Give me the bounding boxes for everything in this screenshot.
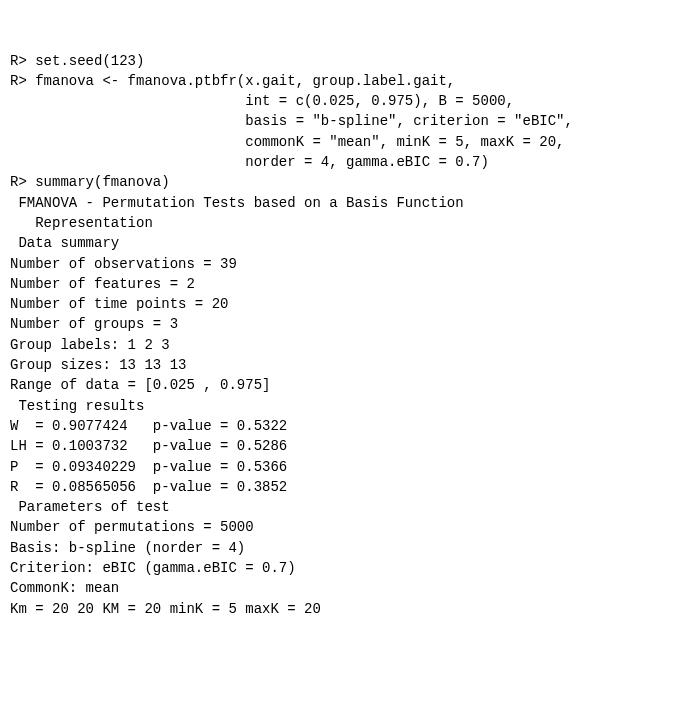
code-line: basis = "b-spline", criterion = "eBIC", (10, 111, 675, 131)
data-summary-line: Range of data = [0.025 , 0.975] (10, 375, 675, 395)
data-summary-line: Group sizes: 13 13 13 (10, 355, 675, 375)
data-summary-line: Number of groups = 3 (10, 314, 675, 334)
data-summary-line: Number of time points = 20 (10, 294, 675, 314)
parameter-line: Basis: b-spline (norder = 4) (10, 538, 675, 558)
parameter-line: CommonK: mean (10, 578, 675, 598)
code-line: R> summary(fmanova) (10, 172, 675, 192)
code-line: norder = 4, gamma.eBIC = 0.7) (10, 152, 675, 172)
section-heading: Parameters of test (10, 497, 675, 517)
parameter-line: Criterion: eBIC (gamma.eBIC = 0.7) (10, 558, 675, 578)
parameter-line: Number of permutations = 5000 (10, 517, 675, 537)
data-summary-line: Number of features = 2 (10, 274, 675, 294)
data-summary-line: Number of observations = 39 (10, 254, 675, 274)
test-result-line: LH = 0.1003732 p-value = 0.5286 (10, 436, 675, 456)
parameter-line: Km = 20 20 KM = 20 minK = 5 maxK = 20 (10, 599, 675, 619)
code-line: commonK = "mean", minK = 5, maxK = 20, (10, 132, 675, 152)
section-heading: Testing results (10, 396, 675, 416)
data-summary-line: Group labels: 1 2 3 (10, 335, 675, 355)
code-line: int = c(0.025, 0.975), B = 5000, (10, 91, 675, 111)
code-line: R> set.seed(123) (10, 51, 675, 71)
test-result-line: P = 0.09340229 p-value = 0.5366 (10, 457, 675, 477)
output-title: FMANOVA - Permutation Tests based on a B… (10, 193, 675, 213)
code-line: R> fmanova <- fmanova.ptbfr(x.gait, grou… (10, 71, 675, 91)
test-result-line: R = 0.08565056 p-value = 0.3852 (10, 477, 675, 497)
section-heading: Data summary (10, 233, 675, 253)
output-title: Representation (10, 213, 675, 233)
test-result-line: W = 0.9077424 p-value = 0.5322 (10, 416, 675, 436)
